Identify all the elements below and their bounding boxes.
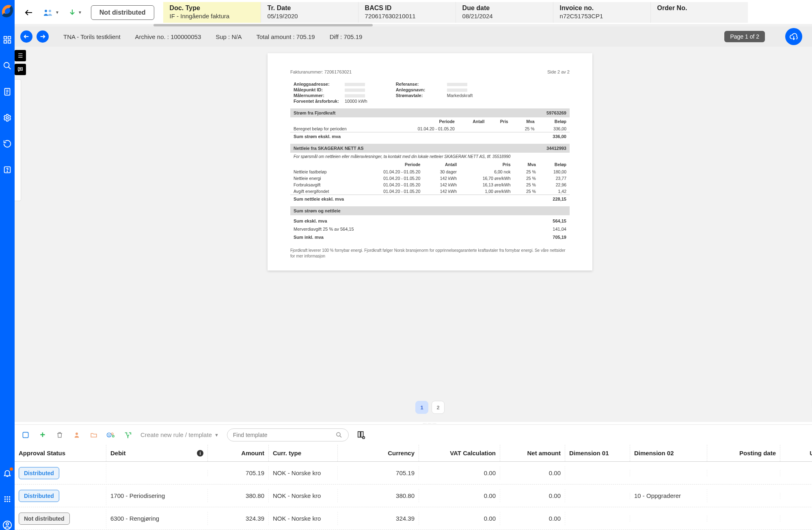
pdf-info-key: Målernummer: [294,93,342,98]
user-action-icon[interactable] [72,430,81,439]
collapsed-panel[interactable] [15,79,21,201]
users-dropdown[interactable]: ▼ [43,9,59,17]
cell-post [707,470,780,476]
col-dim2[interactable]: Dimension 02 [630,445,707,461]
chat-tab-icon[interactable] [15,64,26,75]
cell-post [707,493,780,499]
dashboard-icon[interactable] [2,35,12,45]
cell-dim2 [630,470,707,476]
cell-dim1 [565,515,630,522]
header-field[interactable]: Tr. Date05/19/2020 [261,2,358,23]
svg-line-48 [340,436,341,437]
svg-point-42 [76,433,78,435]
header-field[interactable]: Order No. [650,2,748,23]
col-userdef[interactable]: Userdef 15 [780,445,812,461]
cell-debit [106,470,208,476]
pdf-final-label: Merverdiavgift 25 % av 564,15 [294,227,354,231]
pdf-info-key: Strømavtale: [396,93,445,98]
col-amount[interactable]: Amount [208,445,269,461]
pdf-sect1-id: 59763269 [546,110,566,115]
pdf-info-val [345,93,365,98]
svg-point-21 [9,501,11,502]
pdf-info-key: Forventet årsforbruk: [294,99,342,104]
cloud-download-button[interactable] [785,28,802,45]
col-net[interactable]: Net amount [500,445,565,461]
pdf-info-key: Anleggsnavn: [396,87,445,92]
cell-amount: 380.80 [208,489,269,502]
cell-net: 0.00 [500,512,565,525]
page-1-button[interactable]: 1 [415,401,428,414]
refresh-icon[interactable] [2,139,12,149]
download-dropdown[interactable]: ▼ [68,9,82,17]
pdf-info-val: 10000 kWh [345,99,367,104]
delete-icon[interactable] [55,430,64,439]
hf-label: Doc. Type [170,4,254,12]
search-icon[interactable] [2,61,12,71]
hf-value: 08/21/2024 [462,13,546,19]
svg-point-47 [337,433,340,436]
hf-label: Order No. [657,4,741,12]
info-icon[interactable]: i [197,450,203,456]
pdf-info-val: Markedskraft [447,93,473,98]
col-vat[interactable]: VAT Calculation [419,445,500,461]
cell-dim2: 10 - Oppgraderer [630,489,707,502]
svg-point-20 [6,501,8,502]
header-field[interactable]: Doc. TypeIF - Inngående faktura [163,2,261,23]
status-badge: Not distributed [19,513,70,525]
svg-point-19 [4,501,6,502]
list-tab-icon[interactable]: ☰ [15,50,26,61]
cell-user [780,515,812,522]
col-dim1[interactable]: Dimension 01 [565,445,630,461]
svg-rect-49 [358,431,361,437]
notifications-icon[interactable] [2,468,12,478]
table-row[interactable]: Not distributed 6300 - Rengjøring 324.39… [15,507,812,530]
split-icon[interactable] [123,430,132,439]
cell-amount: 705.19 [208,466,269,480]
app-logo [0,4,15,19]
cell-debit: 6300 - Rengjøring [106,512,208,525]
table-row[interactable]: Distributed 1700 - Periodisering 380.80 … [15,485,812,507]
cell-vat: 0.00 [419,489,500,502]
checkbox-all[interactable] [21,430,30,439]
folder-icon[interactable] [89,430,98,439]
hf-label: BACS ID [365,4,449,12]
hf-value: IF - Inngående faktura [170,13,254,19]
find-template-field[interactable] [233,432,335,438]
cell-curr-type: NOK - Norske kro [269,512,338,525]
pdf-final-value: 141,04 [553,227,566,231]
col-approval-status[interactable]: Approval Status [15,445,106,461]
svg-point-10 [6,117,9,119]
cell-net: 0.00 [500,489,565,502]
col-curr-type[interactable]: Curr. type [269,445,338,461]
svg-point-33 [19,69,19,69]
next-button[interactable] [37,30,49,43]
documents-icon[interactable] [2,87,12,97]
settings-icon[interactable] [2,113,12,123]
find-template-input[interactable] [227,428,349,441]
svg-rect-41 [23,432,28,437]
currency-icon[interactable]: $ [106,430,115,439]
svg-point-17 [6,498,8,500]
add-row-icon[interactable]: + [38,430,47,439]
header-field[interactable]: Due date08/21/2024 [456,2,553,23]
page-badge: Page 1 of 2 [724,31,765,42]
back-arrow-icon[interactable] [24,7,34,18]
page-2-button[interactable]: 2 [432,401,445,414]
status-pill[interactable]: Not distributed [91,5,154,20]
columns-icon[interactable] [357,430,366,439]
header-scrollbar[interactable] [15,24,812,26]
header-field[interactable]: Invoice no.n72C51753CP1 [553,2,650,23]
col-debit[interactable]: Debiti [106,445,208,461]
prev-button[interactable] [20,30,32,43]
help-icon[interactable] [2,165,12,175]
svg-point-46 [112,435,114,437]
col-posting-date[interactable]: Posting date [707,445,780,461]
apps-icon[interactable] [2,494,12,504]
profile-icon[interactable] [2,520,12,530]
table-row[interactable]: Distributed 705.19 NOK - Norske kro 705.… [15,462,812,485]
create-rule-button[interactable]: Create new rule / template▼ [140,431,219,438]
cell-vat: 0.00 [419,466,500,480]
col-currency[interactable]: Currency [338,445,419,461]
header-field[interactable]: BACS ID720617630210011 [358,2,456,23]
cell-curr-type: NOK - Norske kro [269,489,338,502]
